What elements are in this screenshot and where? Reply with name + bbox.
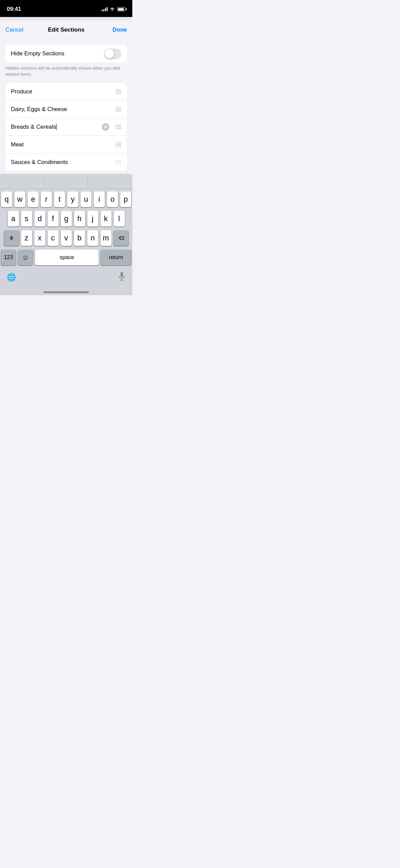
- content-area: Hide Empty Sections Hidden sections will…: [0, 45, 132, 171]
- toggle-knob: [105, 49, 114, 58]
- section-item-content: Produce: [11, 88, 113, 95]
- key-f[interactable]: f: [47, 211, 59, 227]
- done-button[interactable]: Done: [113, 25, 127, 35]
- predictive-bar: [0, 174, 132, 189]
- key-u[interactable]: u: [80, 192, 92, 207]
- keyboard-row-2: a s d f g h j k l: [1, 211, 131, 227]
- signal-icon: [101, 7, 108, 11]
- key-i[interactable]: i: [94, 192, 105, 207]
- key-q[interactable]: q: [1, 192, 12, 207]
- section-item-content-editing: Breads & Cereals: [11, 124, 102, 130]
- microphone-icon[interactable]: [118, 272, 126, 283]
- key-d[interactable]: d: [34, 211, 45, 227]
- keyboard-row-1: q w e r t y u i o p: [1, 192, 131, 207]
- key-m[interactable]: m: [100, 230, 112, 246]
- cancel-button[interactable]: Cancel: [5, 25, 23, 35]
- section-item: Produce: [5, 83, 127, 101]
- emoji-key[interactable]: ☺: [18, 250, 33, 265]
- keyboard-extras: 🌐: [0, 270, 132, 289]
- return-key[interactable]: return: [101, 250, 131, 265]
- key-r[interactable]: r: [41, 192, 52, 207]
- svg-rect-0: [120, 272, 123, 277]
- section-item: Meat: [5, 136, 127, 153]
- hide-empty-toggle[interactable]: [104, 49, 121, 59]
- key-a[interactable]: a: [8, 211, 19, 227]
- toggle-card: Hide Empty Sections: [5, 45, 127, 62]
- key-g[interactable]: g: [61, 211, 72, 227]
- section-item-input-wrapper: Breads & Cereals: [11, 124, 102, 130]
- key-s[interactable]: s: [21, 211, 32, 227]
- sheet-bg: [0, 17, 132, 20]
- home-bar: [43, 291, 89, 293]
- hide-empty-sections-row: Hide Empty Sections: [11, 45, 121, 62]
- home-indicator: [0, 289, 132, 295]
- key-t[interactable]: t: [54, 192, 65, 207]
- section-item-label: Produce: [11, 88, 113, 95]
- drag-handle[interactable]: [115, 161, 121, 165]
- toggle-description: Hidden sections will be automatically sh…: [5, 65, 127, 77]
- status-bar: 09:41: [0, 0, 132, 17]
- section-list: Produce Dairy, Eggs & Cheese: [5, 83, 127, 171]
- key-y[interactable]: y: [67, 192, 78, 207]
- drag-handle[interactable]: [115, 125, 121, 129]
- toggle-label: Hide Empty Sections: [11, 50, 64, 57]
- wifi-icon: [110, 6, 115, 13]
- keyboard-area: q w e r t y u i o p a s d f g h j k l: [0, 174, 132, 295]
- delete-key[interactable]: [114, 230, 129, 246]
- keyboard-row-3: z x c v b n m: [1, 230, 131, 246]
- keyboard-row-4: 123 ☺ space return: [1, 250, 131, 265]
- key-p[interactable]: p: [120, 192, 131, 207]
- time: 09:41: [7, 6, 21, 13]
- key-h[interactable]: h: [74, 211, 85, 227]
- shift-key[interactable]: [4, 230, 19, 246]
- section-item-content: Meat: [11, 141, 113, 148]
- nav-bar: Cancel Edit Sections Done: [0, 20, 132, 39]
- section-item-content: Dairy, Eggs & Cheese: [11, 106, 113, 113]
- section-item-text-value: Breads & Cereals: [11, 124, 56, 130]
- key-w[interactable]: w: [14, 192, 25, 207]
- section-item-label: Sauces & Condiments: [11, 159, 113, 166]
- globe-icon[interactable]: 🌐: [7, 273, 16, 282]
- key-v[interactable]: v: [61, 230, 72, 246]
- key-x[interactable]: x: [34, 230, 45, 246]
- text-cursor: [56, 124, 57, 130]
- key-k[interactable]: k: [100, 211, 112, 227]
- section-item-editing: Breads & Cereals: [5, 118, 127, 136]
- section-item-label: Meat: [11, 141, 113, 148]
- space-key[interactable]: space: [35, 250, 99, 265]
- numbers-key[interactable]: 123: [1, 250, 16, 265]
- drag-handle[interactable]: [115, 107, 121, 111]
- clear-button[interactable]: [102, 123, 109, 131]
- key-b[interactable]: b: [74, 230, 85, 246]
- drag-handle[interactable]: [115, 90, 121, 94]
- key-z[interactable]: z: [21, 230, 32, 246]
- key-l[interactable]: l: [114, 211, 125, 227]
- key-e[interactable]: e: [27, 192, 39, 207]
- key-j[interactable]: j: [87, 211, 98, 227]
- battery-icon: [117, 7, 126, 11]
- key-c[interactable]: c: [47, 230, 59, 246]
- keyboard: q w e r t y u i o p a s d f g h j k l: [0, 189, 132, 270]
- drag-handle[interactable]: [115, 143, 121, 147]
- predictive-divider: [88, 177, 88, 185]
- section-item-content: Sauces & Condiments: [11, 159, 113, 166]
- key-n[interactable]: n: [87, 230, 98, 246]
- modal-sheet: Cancel Edit Sections Done Hide Empty Sec…: [0, 20, 132, 171]
- predictive-divider: [44, 177, 45, 185]
- section-item: Dairy, Eggs & Cheese: [5, 101, 127, 118]
- nav-title: Edit Sections: [48, 26, 84, 33]
- section-item-label: Dairy, Eggs & Cheese: [11, 106, 113, 113]
- status-icons: [101, 6, 126, 13]
- section-item: Sauces & Condiments: [5, 153, 127, 171]
- key-o[interactable]: o: [107, 192, 118, 207]
